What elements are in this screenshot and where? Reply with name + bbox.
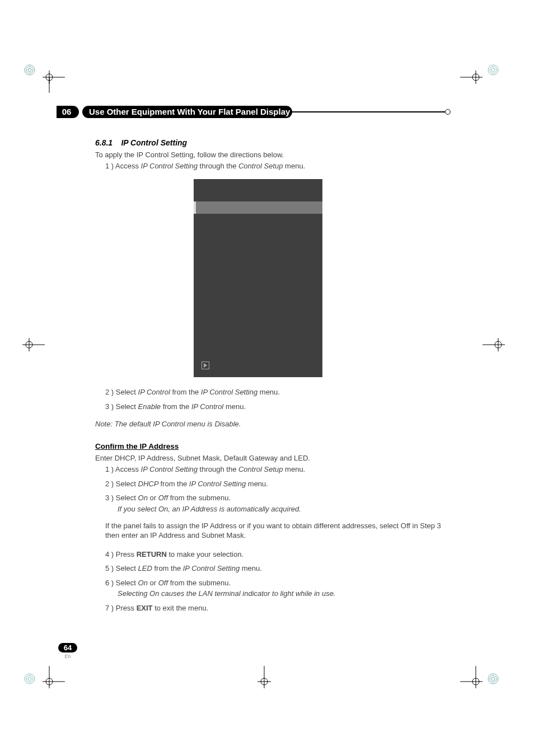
print-register-dot-icon <box>24 673 36 685</box>
c3-term-2: Off <box>158 494 170 502</box>
c1-mid: through the <box>198 465 238 473</box>
step-2-mid: from the <box>170 388 201 396</box>
section-intro: To apply the IP Control Setting, follow … <box>95 150 448 160</box>
confirm-step-6-note: Selecting On causes the LAN terminal ind… <box>95 589 448 599</box>
c1-prefix: 1 ) Access <box>105 465 141 473</box>
c6-term-1: On <box>138 579 148 587</box>
svg-point-21 <box>28 677 31 680</box>
confirm-step-1: 1 ) Access IP Control Setting through th… <box>95 464 448 475</box>
c1-suffix: menu. <box>283 465 305 473</box>
page-language: En <box>57 654 79 659</box>
chapter-header: 06 Use Other Equipment With Your Flat Pa… <box>57 106 448 120</box>
c5-term-1: LED <box>138 564 152 572</box>
svg-point-12 <box>491 68 495 72</box>
step-1-term-2: Control Setup <box>238 162 283 170</box>
c5-mid: from the <box>152 564 183 572</box>
svg-point-1 <box>26 67 33 73</box>
step-1: 1 ) Access IP Control Setting through th… <box>95 161 448 171</box>
c3-mid1: or <box>148 494 158 502</box>
chapter-number-badge: 06 <box>57 106 79 118</box>
c5-term-2: IP Control Setting <box>183 564 240 572</box>
print-register-cross-icon <box>43 666 65 688</box>
page-number-block: 64 En <box>57 642 79 659</box>
section-title <box>115 138 121 147</box>
svg-point-2 <box>28 68 31 72</box>
step-2: 2 ) Select IP Control from the IP Contro… <box>95 387 448 397</box>
c3-suffix: from the submenu. <box>170 494 231 502</box>
chapter-title: Use Other Equipment With Your Flat Panel… <box>89 106 290 118</box>
confirm-step-7: 7 ) Press EXIT to exit the menu. <box>95 603 448 613</box>
print-register-dot-icon <box>487 673 499 685</box>
step-3-suffix: menu. <box>223 402 246 411</box>
step-2-suffix: menu. <box>257 388 280 396</box>
chapter-title-wrap: Use Other Equipment With Your Flat Panel… <box>82 106 448 118</box>
c2-suffix: menu. <box>246 480 268 488</box>
c6-mid1: or <box>148 579 158 587</box>
confirm-step-6: 6 ) Select On or Off from the submenu. <box>95 578 448 588</box>
c3-term-1: On <box>138 494 148 502</box>
confirm-step-5: 5 ) Select LED from the IP Control Setti… <box>95 564 448 574</box>
confirm-paragraph: If the panel fails to assign the IP Addr… <box>95 521 448 541</box>
c2-prefix: 2 ) Select <box>105 480 138 488</box>
print-register-cross-icon <box>460 71 483 93</box>
step-1-term-1: IP Control Setting <box>141 162 198 170</box>
confirm-intro: Enter DHCP, IP Address, Subnet Mask, Def… <box>95 453 448 463</box>
print-register-cross-icon <box>460 666 483 688</box>
step-2-term-1: IP Control <box>138 388 170 396</box>
step-1-prefix: 1 ) Access <box>105 162 141 170</box>
c6-suffix: from the submenu. <box>170 579 231 587</box>
c2-term-2: IP Control Setting <box>189 480 246 488</box>
step-3-term-2: IP Control <box>191 402 223 411</box>
section-note: Note: The default IP Control menu is Dis… <box>95 419 448 429</box>
confirm-step-2: 2 ) Select DHCP from the IP Control Sett… <box>95 479 448 489</box>
page-number: 64 <box>58 643 77 652</box>
svg-point-11 <box>490 67 496 73</box>
print-register-cross-icon <box>43 71 65 93</box>
c4-prefix: 4 ) Press <box>105 550 137 558</box>
section-title-text: IP Control Setting <box>121 138 187 147</box>
document-page: { "chapter": { "number": "06", "title": … <box>0 0 534 756</box>
confirm-step-3-note: If you select On, an IP Address is autom… <box>95 504 448 514</box>
confirm-step-3: 3 ) Select On or Off from the submenu. <box>95 493 448 503</box>
c6-term-2: Off <box>158 579 170 587</box>
confirm-step-4: 4 ) Press RETURN to make your selection. <box>95 550 448 560</box>
menu-screenshot <box>194 179 322 377</box>
step-3-mid: from the <box>161 402 191 411</box>
menu-nav-right-icon <box>202 361 209 369</box>
c7-suffix: to exit the menu. <box>153 604 209 612</box>
svg-point-33 <box>491 677 495 680</box>
c3-prefix: 3 ) Select <box>105 494 138 502</box>
confirm-heading: Confirm the IP Address <box>95 442 448 452</box>
step-3-prefix: 3 ) Select <box>105 402 138 411</box>
c2-term-1: DHCP <box>138 480 161 488</box>
svg-point-20 <box>26 675 33 682</box>
page-body: 6.8.1 IP Control Setting To apply the IP… <box>95 138 448 613</box>
c7-bold: EXIT <box>137 604 153 612</box>
step-1-mid: through the <box>198 162 238 170</box>
svg-point-32 <box>490 675 496 682</box>
print-register-dot-icon <box>24 64 36 76</box>
c1-term-2: Control Setup <box>238 465 283 473</box>
step-3: 3 ) Select Enable from the IP Control me… <box>95 402 448 412</box>
c1-term-1: IP Control Setting <box>141 465 198 473</box>
menu-highlight-row <box>194 201 322 214</box>
c6-prefix: 6 ) Select <box>105 579 138 587</box>
step-2-term-2: IP Control Setting <box>201 388 257 396</box>
c4-bold: RETURN <box>137 550 167 558</box>
c2-mid: from the <box>161 480 189 488</box>
c5-suffix: menu. <box>240 564 262 572</box>
c4-suffix: to make your selection. <box>167 550 243 558</box>
print-register-cross-icon <box>483 338 505 351</box>
print-register-cross-icon <box>22 338 45 351</box>
print-register-cross-icon <box>257 666 271 688</box>
step-3-term-1: Enable <box>138 402 161 411</box>
section-number: 6.8.1 <box>95 138 113 147</box>
step-2-prefix: 2 ) Select <box>105 388 138 396</box>
c5-prefix: 5 ) Select <box>105 564 138 572</box>
step-1-suffix: menu. <box>283 162 305 170</box>
print-register-dot-icon <box>487 64 499 76</box>
section-heading: 6.8.1 IP Control Setting <box>95 138 448 148</box>
c7-prefix: 7 ) Press <box>105 604 137 612</box>
